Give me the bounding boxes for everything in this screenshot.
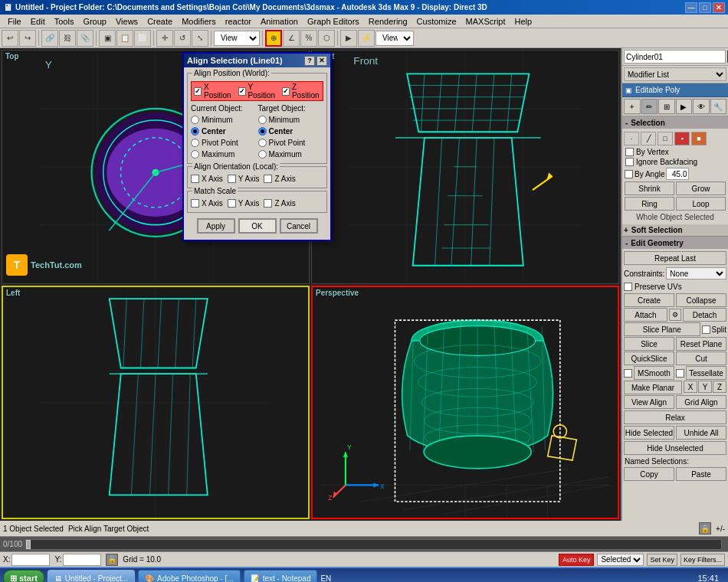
menu-tools[interactable]: Tools <box>50 16 79 27</box>
taskbar-item-3dsmax[interactable]: 🖥 Untitled - Project... <box>48 570 135 582</box>
split-checkbox[interactable] <box>702 325 710 334</box>
scale-y-checkbox[interactable] <box>228 199 236 208</box>
undo-button[interactable]: ↩ <box>2 30 18 47</box>
slice-plane-button[interactable]: Slice Plane <box>624 322 700 336</box>
object-name-input[interactable] <box>624 50 726 64</box>
apply-button[interactable]: Apply <box>197 218 235 234</box>
selected-dropdown[interactable]: Selected <box>597 554 644 566</box>
preserve-uvs-checkbox[interactable] <box>624 283 632 291</box>
element-icon[interactable]: ■ <box>691 132 707 146</box>
motion-panel-icon[interactable]: ▶ <box>676 99 693 114</box>
by-angle-input[interactable] <box>666 168 689 180</box>
menu-modifiers[interactable]: Modifiers <box>177 16 221 27</box>
orient-z-checkbox[interactable] <box>264 175 272 183</box>
attach-settings-icon[interactable]: ⚙ <box>669 309 681 321</box>
dialog-help-button[interactable]: ? <box>304 56 315 66</box>
tessellate-button[interactable]: Tessellate <box>686 366 726 380</box>
target-center-radio[interactable] <box>258 127 267 136</box>
quick-render-button[interactable]: ⚡ <box>358 30 375 47</box>
reset-plane-button[interactable]: Reset Plane <box>676 337 726 351</box>
render-button[interactable]: ▶ <box>340 30 357 47</box>
current-center-radio[interactable] <box>191 127 199 136</box>
paste-button[interactable]: Paste <box>676 467 726 481</box>
copy-button[interactable]: Copy <box>624 467 674 481</box>
border-icon[interactable]: □ <box>657 132 673 146</box>
view-align-button[interactable]: View Align <box>624 395 674 409</box>
x-axis-button[interactable]: X <box>684 381 697 393</box>
menu-views[interactable]: Views <box>111 16 143 27</box>
menu-rendering[interactable]: Rendering <box>364 16 412 27</box>
cancel-button[interactable]: Cancel <box>280 218 318 234</box>
create-button[interactable]: Create <box>624 293 674 307</box>
viewport-perspective[interactable]: Perspective <box>311 286 619 520</box>
menu-help[interactable]: Help <box>510 16 537 27</box>
current-minimum-radio[interactable] <box>191 116 199 124</box>
attach-button[interactable]: Attach <box>624 308 667 322</box>
editable-poly-item[interactable]: ▣ Editable Poly <box>622 83 728 97</box>
quickslice-button[interactable]: QuickSlice <box>624 351 674 365</box>
select-link-button[interactable]: 🔗 <box>41 30 58 47</box>
edge-icon[interactable]: ╱ <box>641 132 656 146</box>
move-button[interactable]: ✛ <box>156 30 173 47</box>
redo-button[interactable]: ↪ <box>19 30 36 47</box>
percent-snap-button[interactable]: % <box>300 30 317 47</box>
reference-coord-dropdown[interactable]: View World Screen <box>214 31 260 46</box>
menu-edit[interactable]: Edit <box>26 16 50 27</box>
modify-panel-icon[interactable]: ✏ <box>641 99 658 114</box>
y-axis-button[interactable]: Y <box>698 381 712 393</box>
hide-unselected-button[interactable]: Hide Unselected <box>624 441 726 455</box>
coord-lock-icon[interactable]: 🔒 <box>106 554 118 566</box>
edit-geometry-header[interactable]: - Edit Geometry <box>622 237 728 249</box>
repeat-last-button[interactable]: Repeat Last <box>624 251 726 265</box>
minimize-button[interactable]: — <box>685 2 697 13</box>
hide-selected-button[interactable]: Hide Selected <box>624 426 674 440</box>
make-planar-button[interactable]: Make Planar <box>624 381 682 394</box>
viewport-front[interactable]: Front <box>311 50 619 284</box>
hierarchy-panel-icon[interactable]: ⊞ <box>658 99 675 114</box>
menu-graph-editors[interactable]: Graph Editors <box>303 16 364 27</box>
spinner-snap-button[interactable]: ⬡ <box>318 30 335 47</box>
taskbar-item-notepad[interactable]: 📝 text - Notepad <box>244 570 318 582</box>
menu-animation[interactable]: Animation <box>256 16 303 27</box>
dialog-close-button[interactable]: ✕ <box>316 56 327 66</box>
orient-x-checkbox[interactable] <box>191 175 199 183</box>
tessellate-checkbox[interactable] <box>676 369 684 378</box>
current-pivot-radio[interactable] <box>191 139 199 147</box>
x-coord-input[interactable] <box>11 554 50 566</box>
target-minimum-radio[interactable] <box>258 116 267 124</box>
loop-button[interactable]: Loop <box>676 197 726 211</box>
by-angle-checkbox[interactable] <box>625 170 633 178</box>
timeline-slider[interactable] <box>25 539 722 550</box>
select-by-name-button[interactable]: 📋 <box>116 30 133 47</box>
menu-group[interactable]: Group <box>78 16 111 27</box>
render-preset-dropdown[interactable]: View <box>375 31 414 46</box>
ignore-backfacing-checkbox[interactable] <box>625 158 634 166</box>
soft-selection-header[interactable]: + Soft Selection <box>622 224 728 237</box>
select-all-button[interactable]: ▣ <box>99 30 116 47</box>
vertex-icon[interactable]: · <box>624 132 639 146</box>
bind-button[interactable]: 📎 <box>77 30 93 47</box>
y-coord-input[interactable] <box>63 554 101 566</box>
close-button[interactable]: ✕ <box>713 2 725 13</box>
set-key-button[interactable]: Set Key <box>647 554 677 566</box>
z-position-checkbox[interactable] <box>282 87 290 96</box>
msmooth-button[interactable]: MSmooth <box>634 366 674 380</box>
polygon-icon[interactable]: ▪ <box>674 132 690 146</box>
ring-button[interactable]: Ring <box>625 197 674 211</box>
angle-snap-button[interactable]: ∠ <box>283 30 300 47</box>
z-axis-button[interactable]: Z <box>713 381 726 393</box>
select-region-button[interactable]: ⬜ <box>134 30 151 47</box>
rotate-button[interactable]: ↺ <box>174 30 191 47</box>
utilities-panel-icon[interactable]: 🔧 <box>710 99 727 114</box>
maximize-button[interactable]: □ <box>699 2 711 13</box>
constraints-dropdown[interactable]: None Edge Face Normal <box>666 267 726 280</box>
grid-align-button[interactable]: Grid Align <box>676 395 726 409</box>
x-position-checkbox[interactable] <box>194 87 202 96</box>
menu-maxscript[interactable]: MAXScript <box>461 16 510 27</box>
key-filters-button[interactable]: Key Filters... <box>680 554 725 566</box>
lock-icon[interactable]: 🔒 <box>699 522 711 535</box>
start-button[interactable]: ⊞ start <box>3 570 44 582</box>
by-vertex-checkbox[interactable] <box>625 148 634 156</box>
menu-reactor[interactable]: reactor <box>221 16 256 27</box>
modifier-list-dropdown[interactable]: Modifier List <box>624 67 726 81</box>
